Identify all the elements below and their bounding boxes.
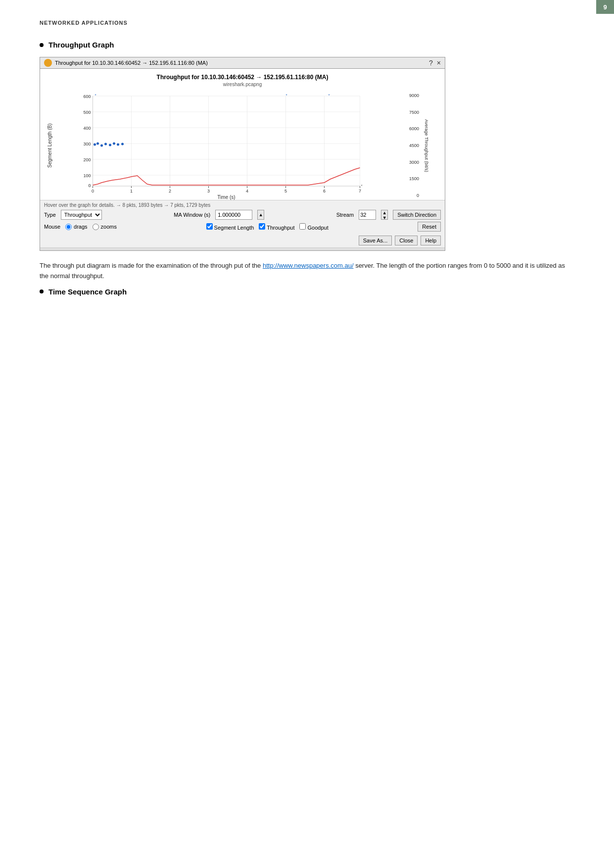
graph-wrap: Segment Length (B) (45, 91, 440, 200)
right-tick-3000: 3000 (400, 160, 419, 165)
right-axis-wrap: 9000 7500 6000 4500 3000 1500 0 Average … (400, 91, 440, 200)
drags-radio[interactable] (65, 224, 72, 230)
throughput-section-heading: Throughput Graph (40, 41, 574, 49)
titlebar-title: Throughput for 10.10.30.146:60452 → 152.… (55, 60, 208, 66)
svg-point-35 (109, 144, 111, 146)
right-tick-4500: 4500 (400, 143, 419, 148)
svg-point-32 (96, 143, 99, 145)
drags-radio-label[interactable]: drags (65, 224, 88, 230)
drags-label: drags (74, 224, 88, 230)
chart-area[interactable]: 600 500 400 300 200 100 0 0 1 2 3 4 5 (52, 91, 400, 200)
graph-subtitle: wireshark.pcapng (45, 82, 440, 87)
svg-text:*: * (361, 184, 363, 188)
goodput-checkbox[interactable] (299, 223, 306, 230)
svg-point-34 (104, 143, 107, 145)
svg-text:*: * (329, 93, 330, 97)
goodput-label: Goodput (308, 225, 329, 231)
svg-point-36 (113, 143, 115, 145)
svg-text:1: 1 (130, 189, 133, 193)
seg-length-checkbox[interactable] (206, 223, 213, 230)
stream-input[interactable] (359, 210, 376, 220)
right-tick-1500: 1500 (400, 176, 419, 181)
time-sequence-section-heading: Time Sequence Graph (40, 288, 574, 296)
svg-point-37 (117, 144, 119, 146)
controls-row2: Mouse drags zooms Segment Length (44, 222, 441, 232)
right-tick-6000: 6000 (400, 126, 419, 131)
right-y-ticks: 9000 7500 6000 4500 3000 1500 0 (400, 91, 419, 200)
mouse-label: Mouse (44, 224, 60, 230)
wireshark-app-icon (44, 59, 52, 67)
right-tick-0: 0 (400, 193, 419, 198)
controls-area: Hover over the graph for details. → 8 pk… (40, 200, 445, 234)
svg-text:*: * (286, 93, 287, 97)
svg-text:Time (s): Time (s) (217, 194, 235, 200)
save-as-button[interactable]: Save As... (359, 236, 392, 245)
hover-info: Hover over the graph for details. → 8 pk… (44, 202, 441, 208)
switch-direction-button[interactable]: Switch Direction (393, 210, 441, 220)
time-sequence-heading-text: Time Sequence Graph (48, 288, 127, 296)
svg-text:3: 3 (207, 189, 210, 193)
svg-text:0: 0 (88, 183, 91, 188)
close-button[interactable]: × (437, 59, 441, 67)
type-label: Type (44, 212, 56, 218)
titlebar-controls[interactable]: ? × (429, 59, 441, 67)
controls-row1: Type Throughput MA Window (s) ▲ Stream ▲… (44, 210, 441, 220)
bottom-button-row: Save As... Close Help (40, 234, 445, 247)
svg-text:600: 600 (83, 94, 91, 99)
wireshark-window: Throughput for 10.10.30.146:60452 → 152.… (40, 57, 445, 251)
type-select[interactable]: Throughput (61, 210, 102, 220)
svg-text:300: 300 (83, 142, 91, 146)
reset-button[interactable]: Reset (418, 222, 441, 232)
zooms-label: zooms (101, 224, 117, 230)
wireshark-titlebar: Throughput for 10.10.30.146:60452 → 152.… (40, 57, 445, 69)
svg-text:400: 400 (83, 126, 91, 131)
scrollbar[interactable] (40, 247, 445, 250)
svg-point-38 (121, 143, 124, 145)
newspaper-link[interactable]: http://www.newspapers.com.au/ (263, 262, 354, 269)
svg-text:2: 2 (169, 189, 171, 193)
right-tick-7500: 7500 (400, 110, 419, 115)
stream-label: Stream (336, 212, 354, 218)
right-y-axis-label: Average Throughput (bit/s) (419, 91, 434, 200)
question-button[interactable]: ? (429, 59, 433, 67)
right-tick-9000: 9000 (400, 93, 419, 98)
titlebar-left: Throughput for 10.10.30.146:60452 → 152.… (44, 59, 208, 67)
chart-svg[interactable]: 600 500 400 300 200 100 0 0 1 2 3 4 5 (52, 91, 400, 200)
throughput-heading-text: Throughput Graph (48, 41, 114, 49)
svg-point-31 (94, 144, 96, 146)
ma-window-label: MA Window (s) (174, 212, 210, 218)
seg-length-checkbox-label[interactable]: Segment Length (206, 223, 254, 231)
bullet-dot (40, 43, 44, 47)
svg-text:0: 0 (92, 189, 94, 193)
graph-title: Throughput for 10.10.30.146:60452 → 152.… (45, 74, 440, 81)
svg-text:4: 4 (246, 189, 248, 193)
paragraph1: The through put diagram is made for the … (40, 261, 574, 282)
checkbox-group: Segment Length Throughput Goodput (206, 223, 329, 231)
svg-text:7: 7 (359, 189, 361, 193)
zooms-radio-label[interactable]: zooms (93, 224, 117, 230)
svg-point-33 (100, 145, 103, 147)
svg-text:100: 100 (83, 173, 91, 178)
svg-text:200: 200 (83, 157, 91, 162)
y-axis-label: Segment Length (B) (45, 91, 52, 200)
ma-window-spinner-up[interactable]: ▲ (257, 210, 264, 220)
help-button[interactable]: Help (421, 236, 441, 245)
bullet-dot-2 (40, 289, 44, 293)
close-dialog-button[interactable]: Close (395, 236, 418, 245)
zooms-radio[interactable] (93, 224, 99, 230)
stream-spinner[interactable]: ▲▼ (381, 210, 388, 220)
throughput-label: Throughput (267, 225, 294, 231)
throughput-checkbox[interactable] (259, 223, 265, 230)
svg-text:6: 6 (323, 189, 326, 193)
goodput-checkbox-label[interactable]: Goodput (299, 223, 328, 231)
page-header: NETWORKED APPLICATIONS (40, 20, 574, 26)
graph-container: Throughput for 10.10.30.146:60452 → 152.… (40, 69, 445, 200)
ma-window-input[interactable] (215, 210, 252, 220)
page-number: 9 (596, 0, 614, 14)
svg-text:5: 5 (284, 189, 287, 193)
throughput-checkbox-label[interactable]: Throughput (259, 223, 294, 231)
seg-length-label: Segment Length (214, 225, 254, 231)
svg-text:*: * (95, 93, 96, 97)
svg-text:500: 500 (83, 110, 91, 115)
